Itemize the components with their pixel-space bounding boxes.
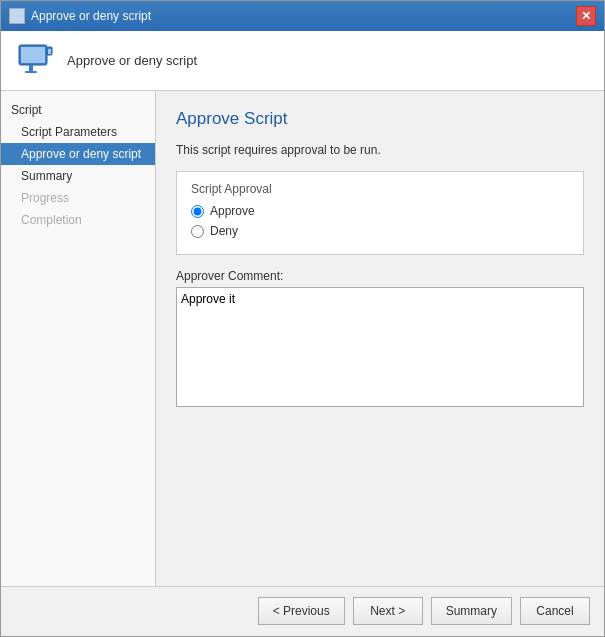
sidebar-item-progress: Progress: [1, 187, 155, 209]
next-button[interactable]: Next >: [353, 597, 423, 625]
sidebar-item-completion: Completion: [1, 209, 155, 231]
svg-rect-3: [25, 71, 37, 73]
description-text: This script requires approval to be run.: [176, 143, 584, 157]
window-icon: [9, 8, 25, 24]
previous-button[interactable]: < Previous: [258, 597, 345, 625]
title-bar: Approve or deny script ✕: [1, 1, 604, 31]
sidebar: Script Script Parameters Approve or deny…: [1, 91, 156, 586]
approve-label: Approve: [210, 204, 255, 218]
approve-option[interactable]: Approve: [191, 204, 569, 218]
main-title: Approve Script: [176, 109, 584, 129]
approve-radio[interactable]: [191, 205, 204, 218]
sidebar-item-approve-deny[interactable]: Approve or deny script: [1, 143, 155, 165]
main-window: Approve or deny script ✕ Approve or deny…: [0, 0, 605, 637]
main-panel: Approve Script This script requires appr…: [156, 91, 604, 586]
content-area: Script Script Parameters Approve or deny…: [1, 91, 604, 586]
deny-label: Deny: [210, 224, 238, 238]
comment-section: Approver Comment: Approve it: [176, 269, 584, 410]
approver-comment-textarea[interactable]: Approve it: [176, 287, 584, 407]
sidebar-item-script-parameters[interactable]: Script Parameters: [1, 121, 155, 143]
cancel-button[interactable]: Cancel: [520, 597, 590, 625]
title-bar-left: Approve or deny script: [9, 8, 151, 24]
approval-group: Script Approval Approve Deny: [176, 171, 584, 255]
sidebar-item-summary[interactable]: Summary: [1, 165, 155, 187]
deny-option[interactable]: Deny: [191, 224, 569, 238]
title-bar-text: Approve or deny script: [31, 9, 151, 23]
header-title: Approve or deny script: [67, 53, 197, 68]
svg-rect-5: [48, 49, 51, 54]
header-icon: [15, 41, 55, 81]
svg-rect-1: [21, 47, 45, 63]
sidebar-section-script: Script: [1, 99, 155, 121]
header-banner: Approve or deny script: [1, 31, 604, 91]
approver-comment-label: Approver Comment:: [176, 269, 584, 283]
script-approval-label: Script Approval: [191, 182, 569, 196]
close-button[interactable]: ✕: [576, 6, 596, 26]
deny-radio[interactable]: [191, 225, 204, 238]
footer: < Previous Next > Summary Cancel: [1, 586, 604, 636]
svg-rect-2: [29, 65, 33, 71]
summary-button[interactable]: Summary: [431, 597, 512, 625]
